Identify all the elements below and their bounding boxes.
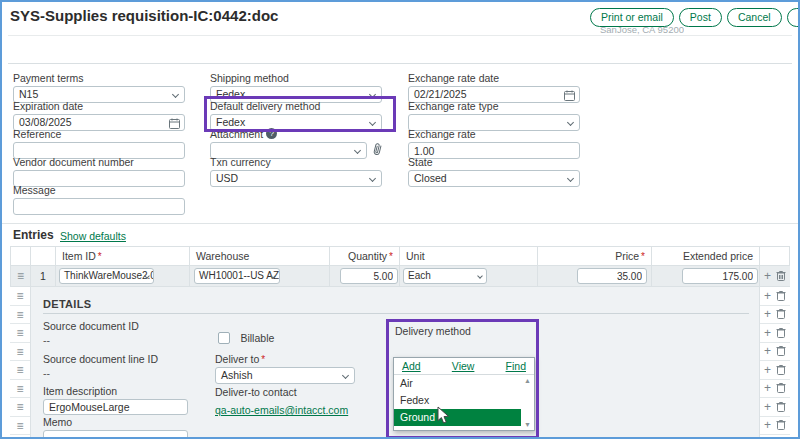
entries-divider	[0, 223, 800, 224]
reference-field: Reference	[13, 128, 185, 159]
item-description-input[interactable]	[43, 399, 188, 415]
item-description-field: Item description	[43, 385, 188, 415]
grip-column-header	[10, 246, 31, 266]
add-row-button[interactable]: +	[764, 291, 771, 301]
exchange-rate-label: Exchange rate	[408, 128, 580, 140]
drag-handle-icon[interactable]: ≡	[10, 324, 30, 342]
cancel-button[interactable]: Cancel	[727, 8, 782, 27]
post-button[interactable]: Post	[679, 8, 722, 27]
source-document-id-label: Source document ID	[43, 320, 139, 332]
source-document-id-field: Source document ID --	[43, 320, 139, 346]
drag-handle-icon[interactable]: ≡	[11, 266, 30, 287]
add-row-button[interactable]: +	[764, 383, 771, 393]
drag-handle-icon[interactable]: ≡	[10, 306, 30, 324]
deliver-to-contact-label: Deliver-to contact	[215, 386, 348, 398]
chevron-down-icon	[567, 119, 574, 126]
drag-handle-icon[interactable]: ≡	[10, 417, 30, 435]
empty-rows-action-column: + + + + + + + + +	[760, 287, 790, 439]
delete-row-button[interactable]	[776, 361, 786, 379]
option-ground[interactable]: Ground	[394, 409, 521, 426]
message-input[interactable]	[13, 198, 185, 215]
option-air[interactable]: Air	[394, 375, 521, 392]
quantity-input[interactable]	[340, 268, 398, 284]
add-row-button[interactable]: +	[764, 402, 771, 412]
delivery-method-dropdown: Add View Find ▲ ▼ Air Fedex Ground	[393, 357, 535, 431]
memo-input[interactable]	[43, 430, 188, 439]
delete-row-button[interactable]	[776, 398, 786, 416]
expiration-date-label: Expiration date	[13, 100, 185, 112]
delete-row-button[interactable]	[776, 379, 786, 397]
add-row-button[interactable]: +	[764, 309, 771, 319]
unit-select[interactable]: Each	[403, 268, 487, 284]
exchange-rate-date-field: Exchange rate date 02/21/2025	[408, 72, 580, 103]
source-document-id-value: --	[43, 334, 139, 346]
extended-price-cell	[652, 266, 760, 287]
price-cell	[538, 266, 652, 287]
delete-row-button[interactable]	[776, 416, 786, 434]
actions-column-header	[760, 246, 790, 266]
more-actions-button[interactable]: More actions	[787, 8, 800, 27]
dropdown-links-row: Add View Find	[394, 358, 534, 375]
warehouse-select[interactable]: WH10001--US AZ War	[194, 268, 280, 284]
deliver-to-select[interactable]: Ashish	[215, 367, 355, 384]
default-delivery-method-field: Default delivery method Fedex	[210, 100, 382, 131]
table-row-number: 1	[31, 266, 56, 287]
row-actions-cell: +	[760, 266, 790, 287]
source-document-line-id-field: Source document line ID --	[43, 353, 158, 379]
extended-price-input[interactable]	[682, 268, 758, 284]
add-link[interactable]: Add	[402, 360, 421, 372]
details-title: DETAILS	[43, 298, 91, 310]
exchange-rate-field: Exchange rate	[408, 128, 580, 159]
scroll-up-icon[interactable]: ▲	[524, 377, 531, 384]
txn-currency-label: Txn currency	[210, 156, 382, 168]
add-row-button[interactable]: +	[764, 328, 771, 338]
chevron-down-icon	[342, 372, 349, 379]
scroll-down-icon[interactable]: ▼	[524, 421, 531, 428]
extended-price-column-header: Extended price	[652, 246, 760, 266]
option-fedex[interactable]: Fedex	[394, 392, 521, 409]
drag-handle-icon[interactable]: ≡	[10, 287, 30, 305]
show-defaults-link[interactable]: Show defaults	[60, 230, 126, 242]
add-row-button[interactable]: +	[764, 346, 771, 356]
billable-checkbox[interactable]	[218, 332, 230, 344]
drag-handle-icon[interactable]: ≡	[10, 380, 30, 398]
quantity-cell	[330, 266, 400, 287]
entries-title: Entries	[13, 228, 54, 242]
reference-label: Reference	[13, 128, 185, 140]
page-title: SYS-Supplies requisition-IC:0442:doc	[10, 7, 278, 24]
chevron-down-icon	[369, 91, 376, 98]
drag-handle-icon[interactable]: ≡	[10, 361, 30, 379]
txn-currency-select[interactable]: USD	[210, 170, 382, 187]
chevron-down-icon	[567, 175, 574, 182]
add-row-button[interactable]: +	[764, 271, 771, 281]
unit-cell: Each	[400, 266, 538, 287]
delete-row-button[interactable]	[776, 324, 786, 342]
delete-row-button[interactable]	[776, 287, 786, 305]
find-link[interactable]: Find	[506, 360, 526, 372]
drag-handle-icon[interactable]: ≡	[10, 398, 30, 416]
warehouse-cell: WH10001--US AZ War	[190, 266, 330, 287]
warehouse-column-header: Warehouse	[190, 246, 330, 266]
unit-column-header: Unit	[400, 246, 538, 266]
delivery-method-label: Delivery method	[395, 325, 471, 337]
add-row-button[interactable]: +	[764, 365, 771, 375]
price-input[interactable]	[577, 268, 647, 284]
quantity-column-header: Quantity*	[330, 246, 400, 266]
attachment-field: Attachment?	[210, 128, 382, 159]
item-description-label: Item description	[43, 385, 188, 397]
item-id-select[interactable]: ThinkWareMouse2.0--I	[59, 268, 154, 284]
drag-handle-icon[interactable]: ≡	[10, 343, 30, 361]
delete-row-button[interactable]	[776, 305, 786, 323]
txn-currency-field: Txn currency USD	[210, 156, 382, 187]
delete-row-button[interactable]	[776, 267, 786, 285]
deliver-to-contact-link[interactable]: qa-auto-emails@intacct.com	[215, 404, 348, 416]
view-link[interactable]: View	[452, 360, 475, 372]
chevron-down-icon	[172, 91, 179, 98]
state-select[interactable]: Closed	[408, 170, 580, 187]
add-row-button[interactable]: +	[764, 420, 771, 430]
help-icon[interactable]: ?	[266, 128, 277, 139]
print-or-email-button[interactable]: Print or email	[590, 8, 674, 27]
delete-row-button[interactable]	[776, 342, 786, 360]
chevron-down-icon	[369, 119, 376, 126]
item-id-column-header: Item ID*	[56, 246, 190, 266]
